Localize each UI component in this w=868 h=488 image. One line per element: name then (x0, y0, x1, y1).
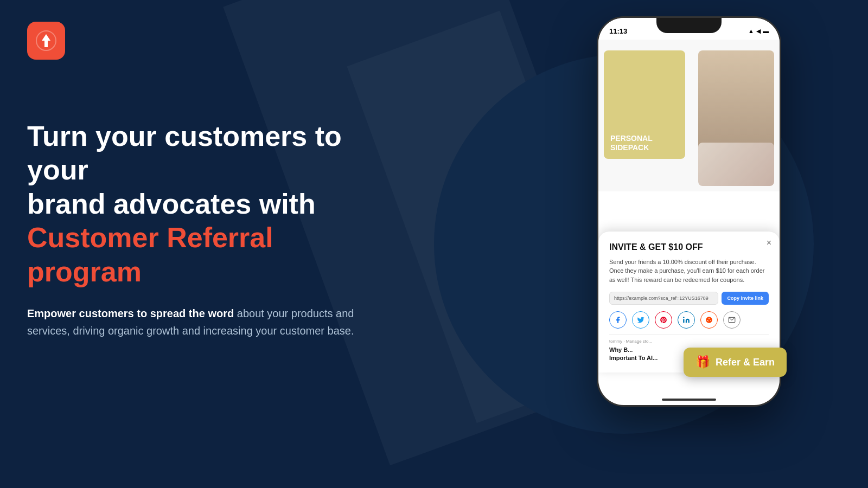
headline-line1: Turn your customers to your (27, 120, 342, 185)
reddit-share-icon[interactable] (700, 311, 718, 329)
logo-icon (35, 30, 57, 52)
phone-notch (656, 18, 722, 33)
refer-earn-label: Refer & Earn (716, 357, 775, 368)
phone-mockup: 11:13 ▲ ◀ ▬ PERSONAL SIDEPACK (597, 16, 781, 407)
logo (27, 22, 65, 60)
headline: Turn your customers to your brand advoca… (27, 119, 380, 288)
bg-decoration-2 (347, 11, 629, 423)
blog-title-line1: Why B... (609, 346, 633, 353)
modal-close-button[interactable]: × (767, 238, 771, 248)
pinterest-share-icon[interactable] (655, 311, 672, 329)
wifi-icon: ▲ (748, 28, 754, 34)
email-share-icon[interactable] (723, 311, 741, 329)
subtext-bold: Empower customers to spread the word (27, 307, 234, 319)
invite-url-row: https://example.com?sca_ref=12YUS16789 C… (609, 292, 769, 305)
signal-icon: ◀ (756, 28, 761, 35)
twitter-share-icon[interactable] (632, 311, 649, 329)
hero-section: Turn your customers to your brand advoca… (27, 119, 380, 339)
subtext: Empower customers to spread the word abo… (27, 305, 380, 339)
battery-icon: ▬ (763, 28, 769, 34)
invite-url-display: https://example.com?sca_ref=12YUS16789 (609, 292, 718, 305)
refer-earn-button[interactable]: 🎁 Refer & Earn (684, 348, 787, 377)
social-share-row (609, 311, 769, 329)
gift-icon: 🎁 (695, 355, 710, 369)
modal-title: INVITE & GET $10 OFF (609, 242, 769, 252)
headline-accent: Customer Referral program (27, 222, 273, 287)
phone-content: 11:13 ▲ ◀ ▬ PERSONAL SIDEPACK (598, 18, 780, 405)
svg-point-2 (706, 317, 712, 324)
svg-point-1 (683, 317, 684, 318)
phone-home-bar (662, 399, 716, 401)
headline-line2: brand advocates with (27, 188, 316, 220)
copy-invite-button[interactable]: Copy invite link (722, 292, 769, 305)
linkedin-share-icon[interactable] (678, 311, 695, 329)
svg-point-3 (709, 318, 710, 319)
facebook-share-icon[interactable] (609, 311, 627, 329)
status-time: 11:13 (609, 27, 627, 35)
blog-meta: tommy · Manage sto... (609, 339, 769, 344)
modal-description: Send your friends a 10.00% discount off … (609, 258, 769, 285)
blog-title-line2: Important To Al... (609, 355, 658, 361)
status-icons: ▲ ◀ ▬ (748, 28, 769, 35)
